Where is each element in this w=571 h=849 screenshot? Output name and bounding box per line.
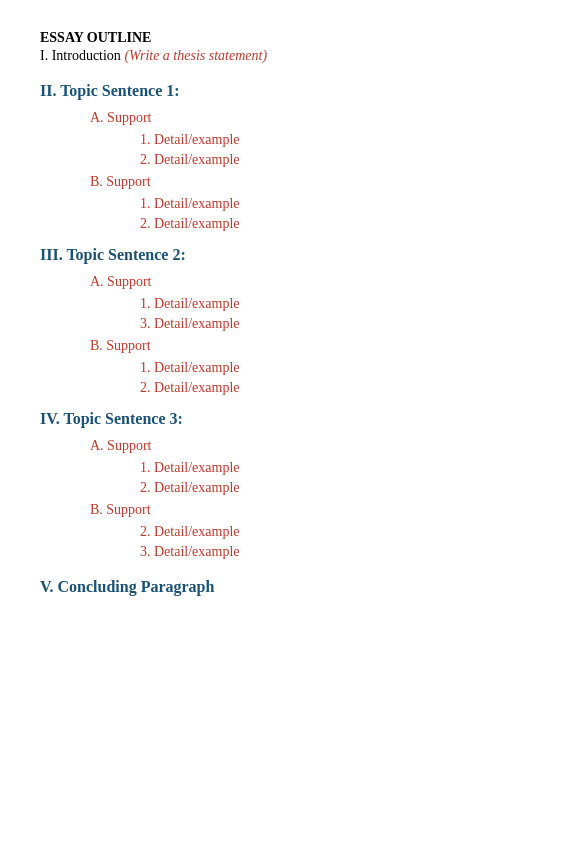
- section-3-support-b: B. Support: [90, 502, 531, 518]
- page-title: ESSAY OUTLINE: [40, 30, 531, 46]
- section-2-heading: III. Topic Sentence 2:: [40, 246, 531, 264]
- concluding-paragraph: V. Concluding Paragraph: [40, 578, 531, 596]
- section-1: II. Topic Sentence 1: A. Support 1. Deta…: [40, 82, 531, 232]
- section-3-support-b-detail-1: 2. Detail/example: [140, 524, 531, 540]
- sections-container: II. Topic Sentence 1: A. Support 1. Deta…: [40, 82, 531, 560]
- section-3-support-a: A. Support: [90, 438, 531, 454]
- section-2-support-b-detail-1: 1. Detail/example: [140, 360, 531, 376]
- section-1-heading: II. Topic Sentence 1:: [40, 82, 531, 100]
- section-3-support-b-detail-2: 3. Detail/example: [140, 544, 531, 560]
- section-1-support-b-detail-2: 2. Detail/example: [140, 216, 531, 232]
- section-3-support-a-detail-2: 2. Detail/example: [140, 480, 531, 496]
- section-3: IV. Topic Sentence 3: A. Support 1. Deta…: [40, 410, 531, 560]
- section-2: III. Topic Sentence 2: A. Support 1. Det…: [40, 246, 531, 396]
- intro-line: I. Introduction (Write a thesis statemen…: [40, 48, 531, 64]
- section-2-support-b-detail-2: 2. Detail/example: [140, 380, 531, 396]
- section-2-support-a-detail-2: 3. Detail/example: [140, 316, 531, 332]
- section-1-support-a: A. Support: [90, 110, 531, 126]
- intro-italic: (Write a thesis statement): [124, 48, 267, 63]
- section-2-support-a: A. Support: [90, 274, 531, 290]
- intro-label: I. Introduction: [40, 48, 121, 63]
- section-1-support-b: B. Support: [90, 174, 531, 190]
- section-1-support-b-detail-1: 1. Detail/example: [140, 196, 531, 212]
- section-2-support-a-detail-1: 1. Detail/example: [140, 296, 531, 312]
- section-3-support-a-detail-1: 1. Detail/example: [140, 460, 531, 476]
- section-3-heading: IV. Topic Sentence 3:: [40, 410, 531, 428]
- section-2-support-b: B. Support: [90, 338, 531, 354]
- section-1-support-a-detail-1: 1. Detail/example: [140, 132, 531, 148]
- section-1-support-a-detail-2: 2. Detail/example: [140, 152, 531, 168]
